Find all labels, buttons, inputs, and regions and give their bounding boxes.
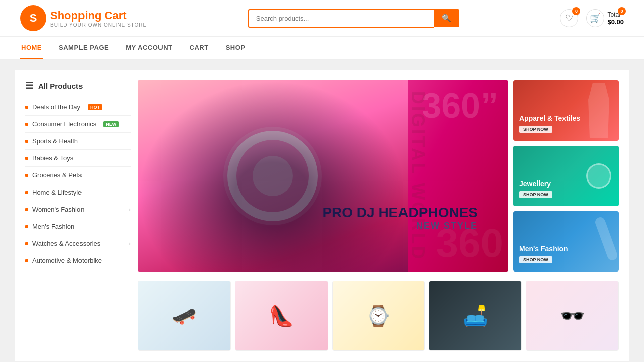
sidebar-item-label: Groceries & Pets bbox=[32, 171, 82, 179]
wishlist-badge: 0 bbox=[572, 7, 580, 15]
jewellery-banner[interactable]: Jewellery SHOP NOW bbox=[513, 146, 619, 206]
product-card[interactable]: 🛋️ bbox=[429, 281, 522, 351]
product-image: 👠 bbox=[235, 281, 328, 350]
nav-item-home[interactable]: HOME bbox=[20, 37, 43, 59]
sidebar-title: All Products bbox=[38, 82, 83, 90]
digital-text: DIGITAL WORLD bbox=[408, 91, 429, 261]
nav-item-sample-page[interactable]: SAMPLE PAGE bbox=[58, 37, 110, 59]
product-image: 🕶️ bbox=[526, 281, 618, 350]
sidebar-list: Deals of the DayHOTConsumer ElectronicsN… bbox=[25, 99, 131, 269]
main-nav: HOMESAMPLE PAGEMY ACCOUNTCARTSHOP bbox=[0, 37, 644, 60]
logo-text: Shopping Cart BUILD YOUR OWN ONLINE STOR… bbox=[50, 9, 147, 28]
header-icons: ♡ 0 🛒 0 Total $0.00 bbox=[560, 9, 624, 27]
hero-banner: 360” DIGITAL WORLD 360 PRO DJ HEADPHONES… bbox=[138, 80, 508, 272]
sidebar-item-label: Deals of the Day bbox=[32, 103, 80, 111]
hero-sub-text: NEW STYLE bbox=[322, 221, 478, 231]
bullet-icon bbox=[25, 106, 28, 109]
products-row: 🛹👠⌚🛋️🕶️ bbox=[138, 281, 619, 351]
chevron-right-icon: › bbox=[129, 240, 131, 247]
sidebar-item[interactable]: Deals of the DayHOT bbox=[25, 99, 131, 116]
logo[interactable]: S Shopping Cart BUILD YOUR OWN ONLINE ST… bbox=[20, 5, 147, 31]
sidebar-badge: HOT bbox=[88, 104, 102, 110]
logo-title: Shopping Cart bbox=[50, 9, 147, 22]
sidebar-item[interactable]: Consumer ElectronicsNEW bbox=[25, 116, 131, 133]
product-card[interactable]: 🛹 bbox=[138, 281, 231, 351]
sidebar-item-label: Babies & Toys bbox=[32, 154, 73, 162]
hero-image bbox=[138, 80, 408, 272]
product-card[interactable]: 👠 bbox=[235, 281, 328, 351]
apparel-content: Apparel & Textiles SHOP NOW bbox=[519, 114, 580, 133]
logo-sub: BUILD YOUR OWN ONLINE STORE bbox=[50, 22, 147, 28]
logo-icon: S bbox=[20, 5, 46, 31]
nav-item-shop[interactable]: SHOP bbox=[225, 37, 247, 59]
cart-icon: 🛒 bbox=[586, 9, 604, 27]
sidebar-header: ☰ All Products bbox=[25, 80, 131, 92]
sidebar-item[interactable]: Sports & Health bbox=[25, 133, 131, 150]
search-button[interactable]: 🔍 bbox=[434, 9, 459, 27]
bullet-icon bbox=[25, 123, 28, 126]
search-input[interactable] bbox=[248, 9, 434, 28]
menu-icon: ☰ bbox=[25, 80, 33, 92]
sidebar-item[interactable]: Men's Fashion bbox=[25, 218, 131, 235]
sidebar-item-label: Consumer Electronics bbox=[32, 120, 96, 128]
sidebar: ☰ All Products Deals of the DayHOTConsum… bbox=[25, 80, 131, 351]
content-area: 360” DIGITAL WORLD 360 PRO DJ HEADPHONES… bbox=[138, 80, 619, 351]
sidebar-item-label: Men's Fashion bbox=[32, 223, 74, 230]
sidebar-item[interactable]: Automotive & Motorbike bbox=[25, 252, 131, 269]
mens-content: Men's Fashion SHOP NOW bbox=[519, 245, 568, 263]
hero-main-text: PRO DJ HEADPHONES bbox=[322, 205, 478, 221]
sidebar-item[interactable]: Women's Fashion› bbox=[25, 201, 131, 218]
cart-button[interactable]: 🛒 0 Total $0.00 bbox=[586, 9, 624, 27]
sidebar-item-label: Women's Fashion bbox=[32, 206, 84, 213]
bullet-icon bbox=[25, 242, 28, 245]
bullet-icon bbox=[25, 191, 28, 194]
mens-shop-now[interactable]: SHOP NOW bbox=[519, 256, 552, 263]
sidebar-item-label: Watches & Accessories bbox=[32, 240, 100, 247]
bullet-icon bbox=[25, 174, 28, 177]
apparel-title: Apparel & Textiles bbox=[519, 114, 580, 122]
hero-text: PRO DJ HEADPHONES NEW STYLE bbox=[322, 205, 478, 231]
main-container: ☰ All Products Deals of the DayHOTConsum… bbox=[15, 70, 629, 361]
sidebar-item[interactable]: Babies & Toys bbox=[25, 150, 131, 167]
chevron-right-icon: › bbox=[129, 206, 131, 213]
mens-title: Men's Fashion bbox=[519, 245, 568, 253]
hero-row: 360” DIGITAL WORLD 360 PRO DJ HEADPHONES… bbox=[138, 80, 619, 272]
search-icon: 🔍 bbox=[442, 14, 451, 22]
product-card[interactable]: ⌚ bbox=[332, 281, 425, 351]
jewellery-title: Jewellery bbox=[519, 179, 552, 188]
sidebar-item-label: Sports & Health bbox=[32, 137, 78, 145]
product-image: 🛋️ bbox=[429, 281, 521, 350]
bullet-icon bbox=[25, 140, 28, 143]
bullet-icon bbox=[25, 157, 28, 160]
hero-360-top: 360” bbox=[422, 85, 498, 126]
cart-total: $0.00 bbox=[607, 18, 624, 26]
sidebar-item[interactable]: Home & Lifestyle bbox=[25, 184, 131, 201]
bullet-icon bbox=[25, 208, 28, 211]
sidebar-item[interactable]: Groceries & Pets bbox=[25, 167, 131, 184]
sidebar-item-label: Home & Lifestyle bbox=[32, 189, 82, 196]
product-image: 🛹 bbox=[138, 281, 230, 350]
jewellery-content: Jewellery SHOP NOW bbox=[519, 179, 552, 198]
product-image: ⌚ bbox=[333, 281, 425, 350]
sidebar-badge: NEW bbox=[103, 121, 119, 127]
jewellery-shop-now[interactable]: SHOP NOW bbox=[519, 191, 552, 198]
apparel-banner[interactable]: Apparel & Textiles SHOP NOW bbox=[513, 80, 619, 141]
site-header: S Shopping Cart BUILD YOUR OWN ONLINE ST… bbox=[0, 0, 644, 37]
nav-item-cart[interactable]: CART bbox=[189, 37, 210, 59]
search-area: 🔍 bbox=[248, 9, 459, 28]
nav-item-my-account[interactable]: MY ACCOUNT bbox=[125, 37, 173, 59]
sidebar-item[interactable]: Watches & Accessories› bbox=[25, 235, 131, 252]
apparel-shop-now[interactable]: SHOP NOW bbox=[519, 126, 552, 133]
bullet-icon bbox=[25, 225, 28, 228]
side-banners: Apparel & Textiles SHOP NOW Jewellery SH… bbox=[513, 80, 619, 272]
sidebar-item-label: Automotive & Motorbike bbox=[32, 257, 102, 264]
wishlist-button[interactable]: ♡ 0 bbox=[560, 9, 578, 27]
mens-fashion-banner[interactable]: Men's Fashion SHOP NOW bbox=[513, 211, 619, 272]
product-card[interactable]: 🕶️ bbox=[526, 281, 619, 351]
bullet-icon bbox=[25, 259, 28, 262]
cart-badge: 0 bbox=[618, 7, 626, 15]
